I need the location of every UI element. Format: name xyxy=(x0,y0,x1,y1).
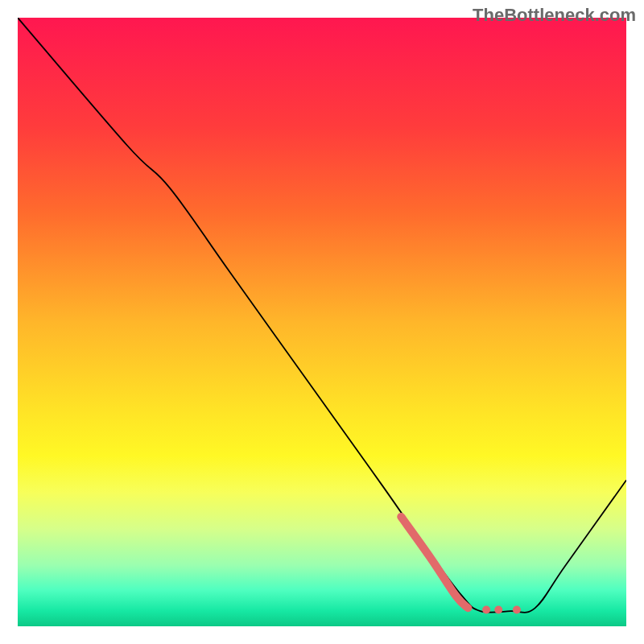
chart-background-gradient xyxy=(18,18,626,626)
watermark-text: TheBottleneck.com xyxy=(473,5,636,26)
svg-rect-0 xyxy=(18,18,626,626)
chart-plot-area xyxy=(18,18,626,626)
